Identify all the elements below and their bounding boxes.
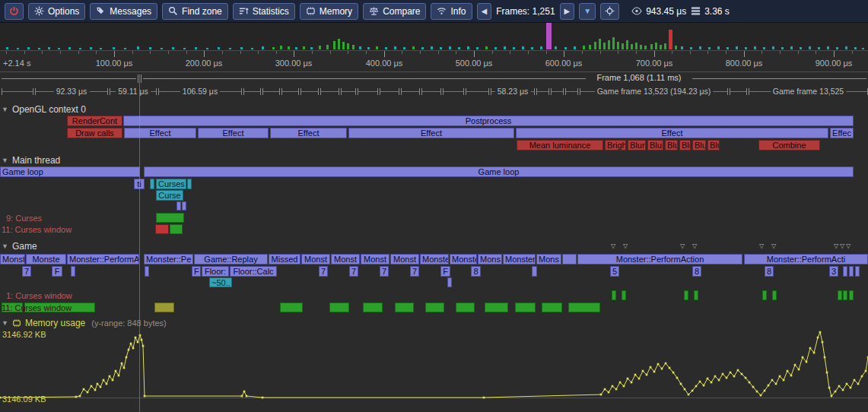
frame-histogram[interactable] <box>0 23 868 51</box>
histogram-bar[interactable] <box>745 47 747 49</box>
histogram-bar[interactable] <box>229 48 231 49</box>
zone-bar[interactable]: Effec <box>830 128 854 138</box>
lock-bar[interactable] <box>170 224 183 234</box>
histogram-bar[interactable] <box>650 44 653 49</box>
lock-bar[interactable] <box>772 290 777 300</box>
subframe-segment[interactable] <box>300 87 319 97</box>
subframe-segment[interactable] <box>2 87 33 97</box>
frame-band[interactable]: Frame 1,068 (1.11 ms) <box>0 72 868 85</box>
histogram-bar[interactable] <box>295 47 297 49</box>
zone-bar[interactable]: Game::Replay <box>194 254 268 265</box>
collapse-triangle-icon[interactable]: ▼ <box>2 243 8 250</box>
histogram-bar[interactable] <box>17 48 19 49</box>
lock-bar[interactable] <box>156 213 184 223</box>
histogram-bar[interactable] <box>681 46 683 49</box>
subframe-segment[interactable]: 92.33 μs <box>35 87 108 97</box>
lock-bar[interactable] <box>456 303 475 312</box>
zone-bar[interactable] <box>447 277 452 287</box>
zoom-to-frame-button[interactable]: ▼ <box>579 3 596 20</box>
histogram-bar[interactable] <box>137 46 139 49</box>
histogram-bar[interactable] <box>79 48 81 49</box>
zone-bar[interactable]: Curse <box>156 190 183 201</box>
zone-bar[interactable]: Monster::PerformActi <box>744 254 868 265</box>
histogram-bar[interactable] <box>800 47 802 49</box>
subframe-band[interactable]: 92.33 μs59.11 μs106.59 μs58.23 μsGame fr… <box>0 85 868 100</box>
zone-bar[interactable]: Postprocess <box>123 116 854 126</box>
histogram-bar[interactable] <box>100 48 102 49</box>
histogram-bar[interactable] <box>326 45 329 49</box>
histogram-bar[interactable] <box>635 43 637 49</box>
histogram-bar[interactable] <box>319 46 321 49</box>
lock-bar[interactable] <box>612 290 616 300</box>
histogram-bar[interactable] <box>589 45 591 49</box>
lock-bar[interactable] <box>622 290 626 300</box>
prev-frame-button[interactable]: ◀ <box>477 3 492 20</box>
histogram-bar[interactable] <box>617 42 619 49</box>
zone-bar[interactable] <box>182 201 186 211</box>
zone-bar[interactable]: Monster::Pe <box>144 254 193 265</box>
zone-bar[interactable] <box>150 179 154 189</box>
subframe-segment[interactable] <box>281 87 299 97</box>
zone-bar[interactable]: Blur <box>692 140 706 151</box>
lock-bar[interactable] <box>568 303 600 312</box>
zone-bar[interactable]: ~50.. <box>209 277 232 287</box>
histogram-bar[interactable] <box>494 47 497 49</box>
histogram-bar[interactable] <box>431 46 433 49</box>
histogram-bar[interactable] <box>272 47 275 49</box>
options-button[interactable]: Options <box>28 3 85 20</box>
subframe-segment[interactable] <box>536 87 549 97</box>
lock-bar[interactable] <box>843 290 847 300</box>
histogram-bar[interactable] <box>333 41 335 49</box>
histogram-bar[interactable] <box>149 47 151 49</box>
zone-bar[interactable] <box>532 266 537 277</box>
zone-bar[interactable]: 3 <box>829 266 838 277</box>
histogram-bar[interactable] <box>288 46 290 49</box>
zone-bar[interactable]: Monst <box>361 254 389 265</box>
subframe-segment[interactable] <box>551 87 564 97</box>
zone-bar[interactable]: Monster::PerformA <box>67 254 139 265</box>
histogram-bar[interactable] <box>531 47 533 49</box>
subframe-segment[interactable] <box>730 87 747 97</box>
histogram-bar[interactable] <box>603 43 606 49</box>
lock-bar[interactable] <box>485 303 508 312</box>
histogram-bar[interactable] <box>827 46 829 49</box>
histogram-bar[interactable] <box>513 47 515 49</box>
collapse-triangle-icon[interactable]: ▼ <box>2 106 8 113</box>
zone-bar[interactable]: Blur <box>647 140 663 151</box>
histogram-bar[interactable] <box>440 47 442 49</box>
histogram-bar[interactable] <box>280 46 282 49</box>
compare-button[interactable]: Compare <box>363 3 426 20</box>
find-zone-button[interactable]: Find zone <box>162 3 228 20</box>
crosshair-button[interactable] <box>600 3 619 20</box>
histogram-bar[interactable] <box>359 46 361 49</box>
histogram-bar[interactable] <box>403 47 405 49</box>
section-memory-usage[interactable]: ▼Memory usage(y-range: 848 bytes) <box>2 318 167 328</box>
histogram-bar[interactable] <box>809 46 811 49</box>
histogram-bar[interactable] <box>421 47 424 49</box>
histogram-bar[interactable] <box>599 39 601 49</box>
lock-bar[interactable] <box>329 303 349 312</box>
zone-bar[interactable]: Missed <box>269 254 300 265</box>
lock-bar[interactable] <box>694 290 698 300</box>
histogram-bar[interactable] <box>6 47 8 49</box>
histogram-bar[interactable] <box>854 47 857 49</box>
zone-bar[interactable] <box>849 266 854 277</box>
histogram-bar[interactable] <box>772 46 774 49</box>
zone-bar[interactable] <box>176 201 181 211</box>
zone-bar[interactable]: 7 <box>349 266 358 277</box>
histogram-bar[interactable] <box>640 45 642 49</box>
zone-bar[interactable]: Effect <box>124 128 196 138</box>
histogram-bar[interactable] <box>124 48 126 49</box>
histogram-bar[interactable] <box>690 47 692 49</box>
zone-bar[interactable]: F <box>440 266 450 277</box>
info-button[interactable]: Info <box>431 3 472 20</box>
histogram-bar[interactable] <box>262 46 264 49</box>
histogram-bar[interactable] <box>522 46 524 49</box>
histogram-bar[interactable] <box>708 47 711 49</box>
histogram-bar[interactable] <box>504 46 506 49</box>
subframe-segment[interactable] <box>341 87 356 97</box>
zone-bar[interactable]: Monst <box>301 254 330 265</box>
lock-bar[interactable] <box>154 303 174 312</box>
zone-bar[interactable]: Combine <box>758 140 820 151</box>
histogram-bar[interactable] <box>574 46 576 49</box>
